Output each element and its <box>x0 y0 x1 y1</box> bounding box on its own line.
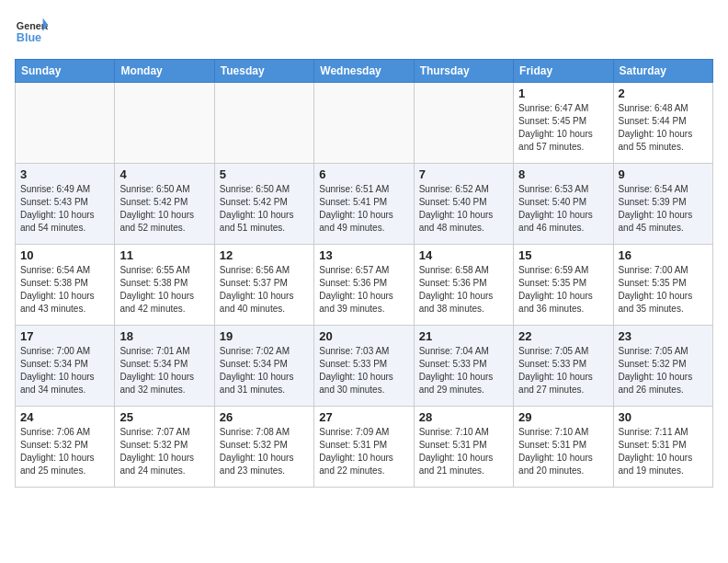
day-number: 28 <box>419 410 508 424</box>
logo-icon: GeneralBlue <box>15 15 48 48</box>
calendar-week-row: 24Sunrise: 7:06 AM Sunset: 5:32 PM Dayli… <box>16 407 713 488</box>
calendar-cell: 26Sunrise: 7:08 AM Sunset: 5:32 PM Dayli… <box>214 407 313 488</box>
calendar-cell: 4Sunrise: 6:50 AM Sunset: 5:42 PM Daylig… <box>115 164 214 245</box>
calendar-cell: 28Sunrise: 7:10 AM Sunset: 5:31 PM Dayli… <box>414 407 513 488</box>
calendar-cell: 5Sunrise: 6:50 AM Sunset: 5:42 PM Daylig… <box>214 164 313 245</box>
calendar-cell: 17Sunrise: 7:00 AM Sunset: 5:34 PM Dayli… <box>16 326 115 407</box>
day-number: 3 <box>20 167 109 181</box>
calendar-cell: 15Sunrise: 6:59 AM Sunset: 5:35 PM Dayli… <box>514 245 613 326</box>
day-info: Sunrise: 6:50 AM Sunset: 5:42 PM Dayligh… <box>119 183 209 235</box>
day-number: 22 <box>518 329 608 343</box>
day-info: Sunrise: 6:54 AM Sunset: 5:39 PM Dayligh… <box>619 183 708 235</box>
weekday-header-wednesday: Wednesday <box>314 60 414 83</box>
weekday-header-row: SundayMondayTuesdayWednesdayThursdayFrid… <box>16 60 713 83</box>
calendar-cell: 16Sunrise: 7:00 AM Sunset: 5:35 PM Dayli… <box>613 245 712 326</box>
day-info: Sunrise: 7:05 AM Sunset: 5:32 PM Dayligh… <box>619 345 708 396</box>
day-info: Sunrise: 6:54 AM Sunset: 5:38 PM Dayligh… <box>20 264 109 316</box>
calendar-cell: 19Sunrise: 7:02 AM Sunset: 5:34 PM Dayli… <box>214 326 313 407</box>
day-number: 7 <box>419 167 508 181</box>
day-number: 27 <box>319 410 408 424</box>
calendar-cell: 10Sunrise: 6:54 AM Sunset: 5:38 PM Dayli… <box>16 245 115 326</box>
calendar-week-row: 1Sunrise: 6:47 AM Sunset: 5:45 PM Daylig… <box>16 83 713 164</box>
day-number: 1 <box>518 86 608 100</box>
day-info: Sunrise: 7:10 AM Sunset: 5:31 PM Dayligh… <box>419 426 508 477</box>
calendar-cell: 12Sunrise: 6:56 AM Sunset: 5:37 PM Dayli… <box>214 245 313 326</box>
calendar-cell: 30Sunrise: 7:11 AM Sunset: 5:31 PM Dayli… <box>613 407 712 488</box>
day-number: 8 <box>518 167 608 181</box>
day-number: 12 <box>220 248 309 262</box>
day-info: Sunrise: 7:04 AM Sunset: 5:33 PM Dayligh… <box>419 345 508 396</box>
calendar-cell: 3Sunrise: 6:49 AM Sunset: 5:43 PM Daylig… <box>16 164 115 245</box>
day-info: Sunrise: 7:05 AM Sunset: 5:33 PM Dayligh… <box>518 345 608 396</box>
day-info: Sunrise: 6:50 AM Sunset: 5:42 PM Dayligh… <box>220 183 309 235</box>
calendar-cell: 21Sunrise: 7:04 AM Sunset: 5:33 PM Dayli… <box>414 326 513 407</box>
day-number: 26 <box>220 410 309 424</box>
svg-text:Blue: Blue <box>17 31 41 44</box>
day-number: 20 <box>319 329 408 343</box>
day-number: 9 <box>619 167 708 181</box>
day-info: Sunrise: 6:53 AM Sunset: 5:40 PM Dayligh… <box>518 183 608 235</box>
calendar-header: SundayMondayTuesdayWednesdayThursdayFrid… <box>16 60 713 83</box>
day-info: Sunrise: 6:47 AM Sunset: 5:45 PM Dayligh… <box>518 102 608 154</box>
calendar-cell: 23Sunrise: 7:05 AM Sunset: 5:32 PM Dayli… <box>613 326 712 407</box>
weekday-header-saturday: Saturday <box>613 60 712 83</box>
calendar-cell: 13Sunrise: 6:57 AM Sunset: 5:36 PM Dayli… <box>314 245 414 326</box>
day-number: 5 <box>220 167 309 181</box>
calendar-cell <box>414 83 513 164</box>
day-number: 15 <box>518 248 608 262</box>
day-info: Sunrise: 7:11 AM Sunset: 5:31 PM Dayligh… <box>619 426 708 477</box>
day-number: 14 <box>419 248 508 262</box>
day-info: Sunrise: 7:06 AM Sunset: 5:32 PM Dayligh… <box>20 426 109 477</box>
day-info: Sunrise: 7:07 AM Sunset: 5:32 PM Dayligh… <box>119 426 209 477</box>
day-number: 29 <box>518 410 608 424</box>
day-info: Sunrise: 7:03 AM Sunset: 5:33 PM Dayligh… <box>319 345 408 396</box>
calendar-week-row: 3Sunrise: 6:49 AM Sunset: 5:43 PM Daylig… <box>16 164 713 245</box>
day-number: 10 <box>20 248 109 262</box>
weekday-header-thursday: Thursday <box>414 60 513 83</box>
day-info: Sunrise: 7:00 AM Sunset: 5:34 PM Dayligh… <box>20 345 109 396</box>
calendar-week-row: 17Sunrise: 7:00 AM Sunset: 5:34 PM Dayli… <box>16 326 713 407</box>
weekday-header-tuesday: Tuesday <box>214 60 313 83</box>
calendar-week-row: 10Sunrise: 6:54 AM Sunset: 5:38 PM Dayli… <box>16 245 713 326</box>
day-number: 16 <box>619 248 708 262</box>
day-info: Sunrise: 6:48 AM Sunset: 5:44 PM Dayligh… <box>619 102 708 154</box>
calendar-cell <box>16 83 115 164</box>
calendar-cell: 18Sunrise: 7:01 AM Sunset: 5:34 PM Dayli… <box>115 326 214 407</box>
calendar-body: 1Sunrise: 6:47 AM Sunset: 5:45 PM Daylig… <box>16 83 713 488</box>
day-number: 24 <box>20 410 109 424</box>
day-number: 23 <box>619 329 708 343</box>
calendar-cell: 27Sunrise: 7:09 AM Sunset: 5:31 PM Dayli… <box>314 407 414 488</box>
calendar-cell: 7Sunrise: 6:52 AM Sunset: 5:40 PM Daylig… <box>414 164 513 245</box>
day-number: 4 <box>119 167 209 181</box>
day-number: 30 <box>619 410 708 424</box>
calendar-table: SundayMondayTuesdayWednesdayThursdayFrid… <box>15 59 713 488</box>
day-info: Sunrise: 7:10 AM Sunset: 5:31 PM Dayligh… <box>518 426 608 477</box>
logo: GeneralBlue <box>15 15 48 48</box>
calendar-cell: 9Sunrise: 6:54 AM Sunset: 5:39 PM Daylig… <box>613 164 712 245</box>
calendar-cell <box>115 83 214 164</box>
calendar-cell: 29Sunrise: 7:10 AM Sunset: 5:31 PM Dayli… <box>514 407 613 488</box>
calendar-cell: 22Sunrise: 7:05 AM Sunset: 5:33 PM Dayli… <box>514 326 613 407</box>
day-info: Sunrise: 7:02 AM Sunset: 5:34 PM Dayligh… <box>220 345 309 396</box>
day-info: Sunrise: 6:59 AM Sunset: 5:35 PM Dayligh… <box>518 264 608 316</box>
day-info: Sunrise: 7:09 AM Sunset: 5:31 PM Dayligh… <box>319 426 408 477</box>
day-info: Sunrise: 6:57 AM Sunset: 5:36 PM Dayligh… <box>319 264 408 316</box>
day-number: 19 <box>220 329 309 343</box>
day-number: 18 <box>119 329 209 343</box>
day-info: Sunrise: 7:08 AM Sunset: 5:32 PM Dayligh… <box>220 426 309 477</box>
calendar-cell: 24Sunrise: 7:06 AM Sunset: 5:32 PM Dayli… <box>16 407 115 488</box>
day-number: 2 <box>619 86 708 100</box>
calendar-cell: 14Sunrise: 6:58 AM Sunset: 5:36 PM Dayli… <box>414 245 513 326</box>
weekday-header-monday: Monday <box>115 60 214 83</box>
day-info: Sunrise: 7:01 AM Sunset: 5:34 PM Dayligh… <box>119 345 209 396</box>
day-info: Sunrise: 6:49 AM Sunset: 5:43 PM Dayligh… <box>20 183 109 235</box>
day-number: 6 <box>319 167 408 181</box>
calendar-cell: 2Sunrise: 6:48 AM Sunset: 5:44 PM Daylig… <box>613 83 712 164</box>
day-number: 11 <box>119 248 209 262</box>
calendar-cell: 25Sunrise: 7:07 AM Sunset: 5:32 PM Dayli… <box>115 407 214 488</box>
day-number: 13 <box>319 248 408 262</box>
day-number: 21 <box>419 329 508 343</box>
page-header: GeneralBlue <box>15 15 713 48</box>
day-info: Sunrise: 6:58 AM Sunset: 5:36 PM Dayligh… <box>419 264 508 316</box>
calendar-cell: 11Sunrise: 6:55 AM Sunset: 5:38 PM Dayli… <box>115 245 214 326</box>
